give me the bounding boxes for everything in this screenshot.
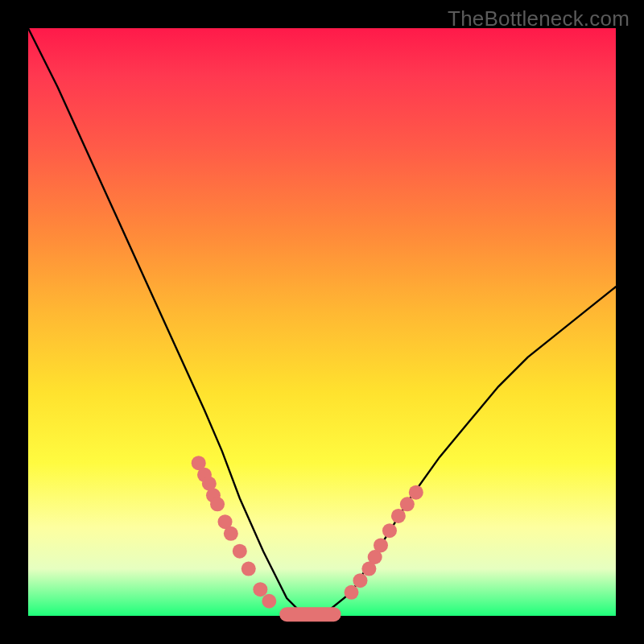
data-point: [391, 509, 406, 523]
data-point: [409, 485, 423, 500]
bottleneck-curve: [28, 28, 616, 616]
data-point: [374, 538, 388, 552]
plot-area: [28, 28, 616, 616]
data-point: [242, 562, 256, 576]
data-point: [233, 544, 247, 559]
watermark-text: TheBottleneck.com: [448, 6, 630, 31]
data-point: [382, 523, 397, 538]
valley-flat-points: [279, 607, 341, 621]
chart-frame: TheBottleneck.com: [0, 0, 644, 644]
right-cluster-points: [345, 485, 423, 600]
chart-svg: [28, 28, 616, 616]
valley-pill: [279, 607, 341, 621]
left-cluster-points: [192, 456, 277, 609]
data-point: [253, 582, 267, 597]
data-point: [262, 594, 276, 609]
data-point: [400, 497, 415, 511]
data-point: [345, 585, 359, 600]
data-point: [210, 497, 225, 511]
data-point: [353, 573, 367, 588]
data-point: [224, 526, 238, 541]
